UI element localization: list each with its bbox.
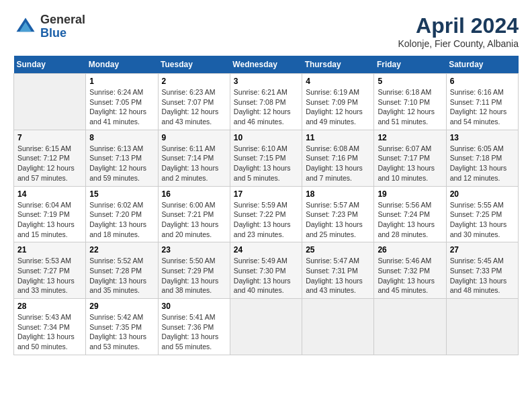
weekday-header: Friday xyxy=(374,56,446,74)
day-number: 15 xyxy=(89,189,154,199)
calendar-cell: 23Sunrise: 5:50 AMSunset: 7:29 PMDayligh… xyxy=(158,242,230,299)
page-header: General Blue April 2024 Kolonje, Fier Co… xyxy=(13,13,519,49)
cell-content: Sunrise: 5:55 AMSunset: 7:25 PMDaylight:… xyxy=(450,200,515,240)
calendar-week-row: 1Sunrise: 6:24 AMSunset: 7:05 PMDaylight… xyxy=(14,74,519,130)
cell-content: Sunrise: 5:59 AMSunset: 7:22 PMDaylight:… xyxy=(234,200,298,240)
calendar-cell: 4Sunrise: 6:19 AMSunset: 7:09 PMDaylight… xyxy=(302,74,374,130)
weekday-header: Thursday xyxy=(302,56,374,74)
calendar-cell: 5Sunrise: 6:18 AMSunset: 7:10 PMDaylight… xyxy=(374,74,446,130)
calendar-cell: 6Sunrise: 6:16 AMSunset: 7:11 PMDaylight… xyxy=(446,74,518,130)
cell-content: Sunrise: 6:07 AMSunset: 7:17 PMDaylight:… xyxy=(378,144,442,183)
day-number: 23 xyxy=(162,245,226,255)
calendar-cell: 30Sunrise: 5:41 AMSunset: 7:36 PMDayligh… xyxy=(158,299,230,355)
calendar-cell: 7Sunrise: 6:15 AMSunset: 7:12 PMDaylight… xyxy=(14,130,86,186)
cell-content: Sunrise: 6:19 AMSunset: 7:09 PMDaylight:… xyxy=(306,87,370,127)
day-number: 20 xyxy=(450,189,515,199)
calendar-cell: 8Sunrise: 6:13 AMSunset: 7:13 PMDaylight… xyxy=(86,130,158,186)
day-number: 1 xyxy=(89,77,154,86)
cell-content: Sunrise: 5:56 AMSunset: 7:24 PMDaylight:… xyxy=(378,200,442,240)
day-number: 12 xyxy=(378,133,442,142)
day-number: 3 xyxy=(234,77,298,86)
calendar-week-row: 14Sunrise: 6:04 AMSunset: 7:19 PMDayligh… xyxy=(14,186,519,242)
cell-content: Sunrise: 5:57 AMSunset: 7:23 PMDaylight:… xyxy=(306,200,370,240)
calendar-cell: 10Sunrise: 6:10 AMSunset: 7:15 PMDayligh… xyxy=(230,130,302,186)
cell-content: Sunrise: 5:50 AMSunset: 7:29 PMDaylight:… xyxy=(162,256,226,295)
cell-content: Sunrise: 6:16 AMSunset: 7:11 PMDaylight:… xyxy=(450,87,515,127)
cell-content: Sunrise: 6:18 AMSunset: 7:10 PMDaylight:… xyxy=(378,87,442,127)
day-number: 8 xyxy=(89,133,154,142)
calendar-cell: 13Sunrise: 6:05 AMSunset: 7:18 PMDayligh… xyxy=(446,130,518,186)
day-number: 7 xyxy=(17,133,82,142)
cell-content: Sunrise: 5:45 AMSunset: 7:33 PMDaylight:… xyxy=(450,256,515,295)
day-number: 11 xyxy=(306,133,370,142)
title-block: April 2024 Kolonje, Fier County, Albania xyxy=(398,13,519,49)
calendar-cell: 16Sunrise: 6:00 AMSunset: 7:21 PMDayligh… xyxy=(158,186,230,242)
day-number: 25 xyxy=(306,245,370,255)
calendar-cell xyxy=(14,74,86,130)
day-number: 28 xyxy=(17,302,82,311)
calendar-cell: 1Sunrise: 6:24 AMSunset: 7:05 PMDaylight… xyxy=(86,74,158,130)
calendar-cell xyxy=(446,299,518,355)
day-number: 4 xyxy=(306,77,370,86)
day-number: 24 xyxy=(234,245,298,255)
calendar-cell: 27Sunrise: 5:45 AMSunset: 7:33 PMDayligh… xyxy=(446,242,518,299)
calendar-cell: 24Sunrise: 5:49 AMSunset: 7:30 PMDayligh… xyxy=(230,242,302,299)
calendar-cell: 9Sunrise: 6:11 AMSunset: 7:14 PMDaylight… xyxy=(158,130,230,186)
day-number: 22 xyxy=(89,245,154,255)
logo: General Blue xyxy=(13,13,85,40)
calendar-cell: 20Sunrise: 5:55 AMSunset: 7:25 PMDayligh… xyxy=(446,186,518,242)
weekday-header-row: SundayMondayTuesdayWednesdayThursdayFrid… xyxy=(14,56,519,74)
cell-content: Sunrise: 5:52 AMSunset: 7:28 PMDaylight:… xyxy=(89,256,154,295)
cell-content: Sunrise: 6:04 AMSunset: 7:19 PMDaylight:… xyxy=(17,200,82,240)
cell-content: Sunrise: 6:08 AMSunset: 7:16 PMDaylight:… xyxy=(306,144,370,183)
calendar-cell: 11Sunrise: 6:08 AMSunset: 7:16 PMDayligh… xyxy=(302,130,374,186)
day-number: 14 xyxy=(17,189,82,199)
day-number: 13 xyxy=(450,133,515,142)
cell-content: Sunrise: 6:23 AMSunset: 7:07 PMDaylight:… xyxy=(162,87,226,127)
cell-content: Sunrise: 6:13 AMSunset: 7:13 PMDaylight:… xyxy=(89,144,154,183)
day-number: 21 xyxy=(17,245,82,255)
cell-content: Sunrise: 6:11 AMSunset: 7:14 PMDaylight:… xyxy=(162,144,226,183)
day-number: 27 xyxy=(450,245,515,255)
cell-content: Sunrise: 5:47 AMSunset: 7:31 PMDaylight:… xyxy=(306,256,370,295)
month-title: April 2024 xyxy=(398,13,519,38)
calendar-week-row: 7Sunrise: 6:15 AMSunset: 7:12 PMDaylight… xyxy=(14,130,519,186)
cell-content: Sunrise: 6:21 AMSunset: 7:08 PMDaylight:… xyxy=(234,87,298,127)
logo-blue: Blue xyxy=(40,27,85,40)
day-number: 17 xyxy=(234,189,298,199)
calendar-cell: 29Sunrise: 5:42 AMSunset: 7:35 PMDayligh… xyxy=(86,299,158,355)
cell-content: Sunrise: 6:24 AMSunset: 7:05 PMDaylight:… xyxy=(89,87,154,127)
weekday-header: Saturday xyxy=(446,56,518,74)
calendar-cell xyxy=(374,299,446,355)
cell-content: Sunrise: 5:53 AMSunset: 7:27 PMDaylight:… xyxy=(17,256,82,295)
weekday-header: Wednesday xyxy=(230,56,302,74)
day-number: 30 xyxy=(162,302,226,311)
calendar-cell: 2Sunrise: 6:23 AMSunset: 7:07 PMDaylight… xyxy=(158,74,230,130)
cell-content: Sunrise: 5:43 AMSunset: 7:34 PMDaylight:… xyxy=(17,312,82,352)
cell-content: Sunrise: 6:10 AMSunset: 7:15 PMDaylight:… xyxy=(234,144,298,183)
calendar-cell: 3Sunrise: 6:21 AMSunset: 7:08 PMDaylight… xyxy=(230,74,302,130)
weekday-header: Sunday xyxy=(14,56,86,74)
logo-text: General Blue xyxy=(40,13,85,40)
calendar-cell: 17Sunrise: 5:59 AMSunset: 7:22 PMDayligh… xyxy=(230,186,302,242)
calendar-cell: 18Sunrise: 5:57 AMSunset: 7:23 PMDayligh… xyxy=(302,186,374,242)
logo-icon xyxy=(13,15,38,39)
calendar-cell xyxy=(230,299,302,355)
calendar-cell: 22Sunrise: 5:52 AMSunset: 7:28 PMDayligh… xyxy=(86,242,158,299)
calendar-cell xyxy=(302,299,374,355)
day-number: 16 xyxy=(162,189,226,199)
logo-general: General xyxy=(40,13,85,27)
day-number: 19 xyxy=(378,189,442,199)
cell-content: Sunrise: 6:02 AMSunset: 7:20 PMDaylight:… xyxy=(89,200,154,240)
cell-content: Sunrise: 6:15 AMSunset: 7:12 PMDaylight:… xyxy=(17,144,82,183)
day-number: 10 xyxy=(234,133,298,142)
calendar-week-row: 21Sunrise: 5:53 AMSunset: 7:27 PMDayligh… xyxy=(14,242,519,299)
day-number: 6 xyxy=(450,77,515,86)
day-number: 5 xyxy=(378,77,442,86)
day-number: 9 xyxy=(162,133,226,142)
cell-content: Sunrise: 5:42 AMSunset: 7:35 PMDaylight:… xyxy=(89,312,154,352)
cell-content: Sunrise: 5:41 AMSunset: 7:36 PMDaylight:… xyxy=(162,312,226,352)
calendar-cell: 19Sunrise: 5:56 AMSunset: 7:24 PMDayligh… xyxy=(374,186,446,242)
cell-content: Sunrise: 5:49 AMSunset: 7:30 PMDaylight:… xyxy=(234,256,298,295)
calendar-week-row: 28Sunrise: 5:43 AMSunset: 7:34 PMDayligh… xyxy=(14,299,519,355)
